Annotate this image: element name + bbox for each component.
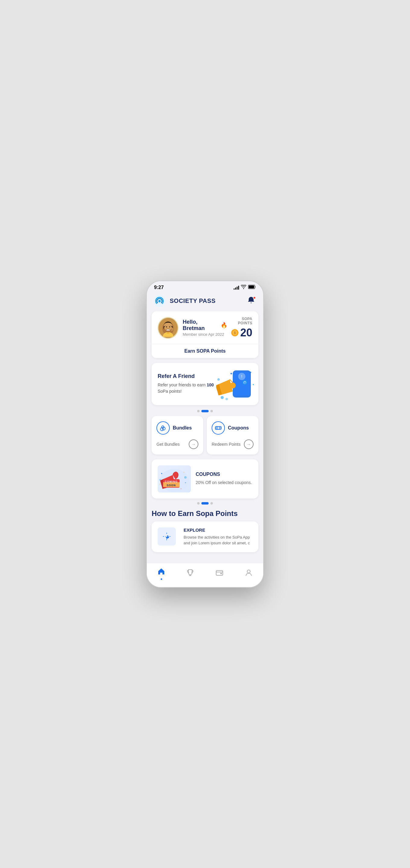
svg-point-32 [219, 427, 221, 429]
refer-illustration: ! ★ ✦ ✦ ✦ [216, 369, 252, 399]
carousel-dot [197, 410, 200, 412]
nav-rewards[interactable] [182, 567, 199, 580]
explore-title: EXPLORE [184, 527, 252, 532]
carousel-dot [210, 502, 213, 504]
svg-rect-48 [221, 573, 222, 574]
svg-text:!: ! [241, 374, 242, 379]
svg-point-26 [217, 378, 220, 381]
svg-text:○: ○ [180, 487, 182, 490]
svg-point-24 [221, 396, 224, 399]
bundles-card-header: Bundles [156, 421, 198, 435]
svg-point-31 [216, 427, 218, 429]
coupons-action-label: Redeem Points [212, 442, 241, 447]
promo-text: COUPONS 20% Off on selected coupons. [196, 472, 252, 486]
refer-text-area: Refer A Friend Refer your friends to ear… [158, 373, 216, 395]
sopa-points-label: SOPA POINTS [227, 317, 252, 325]
carousel-dot-active [201, 502, 209, 504]
svg-point-8 [169, 326, 170, 327]
svg-point-49 [247, 570, 250, 573]
svg-point-46 [166, 536, 167, 537]
promo-image: COMING SOON ✦ ○ × ○ ○ [158, 465, 191, 493]
greeting-text: Hello, Bretman 🔥 [183, 319, 227, 332]
refer-title: Refer A Friend [158, 373, 216, 379]
bundles-title: Bundles [173, 425, 192, 431]
user-card: Hello, Bretman 🔥 Member since Apr 2022 S… [152, 311, 258, 358]
bundles-action: Get Bundles → [156, 439, 198, 449]
fire-emoji: 🔥 [221, 322, 227, 329]
svg-text:★: ★ [244, 381, 246, 384]
coupons-card[interactable]: Coupons Redeem Points → [207, 416, 258, 455]
home-icon [157, 567, 165, 577]
svg-text:✦: ✦ [161, 472, 163, 475]
app-logo-icon [153, 294, 166, 308]
svg-text:×: × [185, 481, 186, 484]
user-text: Hello, Bretman 🔥 Member since Apr 2022 [183, 319, 227, 337]
explore-icon-area [158, 527, 179, 546]
logo-area: SOCIETY PASS [153, 294, 215, 308]
svg-point-44 [184, 476, 186, 478]
earn-points-button[interactable]: Earn SOPA Points [152, 344, 258, 358]
carousel-dot [197, 502, 200, 504]
carousel-dot [210, 410, 213, 412]
svg-point-45 [159, 479, 161, 481]
refer-desc: Refer your friends to earn 100 SoPa poin… [158, 382, 216, 395]
refer-card: Refer A Friend Refer your friends to ear… [152, 363, 258, 405]
svg-text:✦: ✦ [252, 383, 255, 386]
svg-rect-9 [167, 330, 170, 331]
app-title: SOCIETY PASS [170, 298, 215, 304]
promo-desc: 20% Off on selected coupons. [196, 479, 252, 486]
coupons-title: Coupons [228, 425, 249, 431]
trophy-icon [186, 569, 195, 578]
carousel-dots [152, 410, 258, 412]
svg-text:COMING: COMING [165, 480, 178, 483]
carousel-dot-active [201, 410, 209, 412]
svg-text:○: ○ [159, 483, 161, 486]
explore-icon [158, 527, 176, 546]
points-value: $ 20 [227, 327, 252, 339]
bundles-icon [156, 421, 170, 435]
user-info: Hello, Bretman 🔥 Member since Apr 2022 [158, 317, 227, 339]
svg-text:✦: ✦ [249, 371, 252, 374]
app-header: SOCIETY PASS [147, 292, 263, 311]
status-bar: 9:27 [147, 281, 263, 292]
coin-icon: $ [231, 329, 238, 336]
svg-text:✦: ✦ [230, 372, 233, 376]
bundles-arrow[interactable]: → [189, 439, 198, 449]
svg-rect-1 [249, 285, 254, 288]
svg-text:SOON: SOON [167, 484, 176, 487]
promo-title: COUPONS [196, 472, 252, 477]
explore-desc: Browse the activities on the SoPa App an… [184, 534, 252, 546]
status-time: 9:27 [154, 285, 164, 290]
bundles-card[interactable]: Bundles Get Bundles → [152, 416, 203, 455]
coupons-arrow[interactable]: → [244, 439, 254, 449]
promo-card: COMING SOON ✦ ○ × ○ ○ COUPONS 20% Off on… [152, 459, 258, 498]
notification-button[interactable] [245, 295, 257, 307]
explore-text: EXPLORE Browse the activities on the SoP… [184, 527, 252, 546]
coupons-action: Redeem Points → [212, 439, 254, 449]
battery-icon [248, 285, 256, 290]
nav-active-indicator [161, 578, 162, 580]
coupons-icon [212, 421, 225, 435]
explore-card: EXPLORE Browse the activities on the SoP… [152, 521, 258, 552]
points-number: 20 [240, 327, 252, 339]
nav-profile[interactable] [240, 567, 258, 580]
signal-icon [234, 285, 239, 290]
notification-dot [253, 296, 256, 299]
svg-point-6 [164, 322, 172, 330]
section-title: How to Earn Sopa Points [152, 509, 258, 518]
phone-frame: 9:27 [146, 281, 264, 588]
coupons-card-header: Coupons [212, 421, 254, 435]
carousel-dots-2 [152, 502, 258, 504]
bundles-action-label: Get Bundles [156, 442, 180, 447]
svg-point-3 [158, 300, 161, 302]
svg-point-23 [230, 382, 236, 389]
status-icons [234, 285, 256, 290]
main-content: Hello, Bretman 🔥 Member since Apr 2022 S… [147, 311, 263, 563]
avatar [158, 317, 178, 339]
nav-wallet[interactable] [211, 567, 228, 580]
bottom-nav [147, 563, 263, 587]
nav-home[interactable] [152, 566, 170, 581]
member-since: Member since Apr 2022 [183, 332, 227, 337]
wifi-icon [241, 285, 246, 290]
svg-rect-47 [216, 570, 223, 575]
